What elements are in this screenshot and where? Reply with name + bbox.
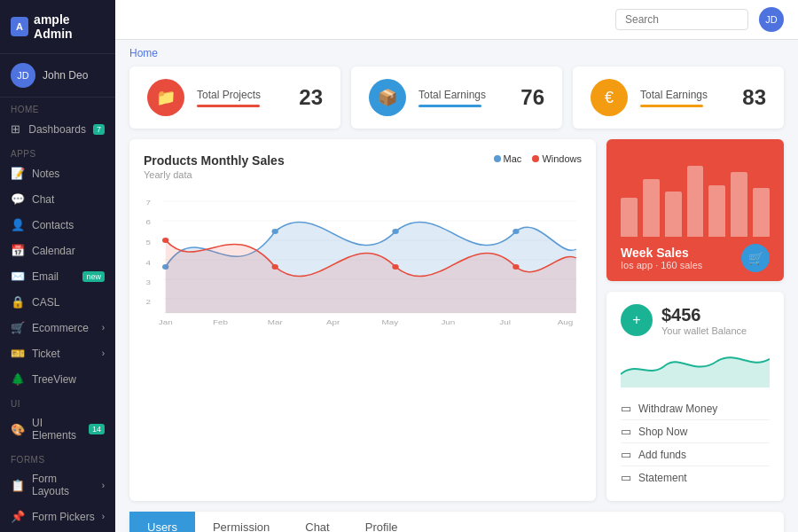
sidebar-item-notes[interactable]: 📝 Notes <box>0 160 115 186</box>
shop-label: Shop Now <box>638 426 687 438</box>
sidebar-item-calendar[interactable]: 📅 Calendar <box>0 238 115 263</box>
sidebar-label-chat: Chat <box>32 193 54 206</box>
withdraw-label: Withdraw Money <box>638 403 717 415</box>
tab-profile[interactable]: Profile <box>348 512 416 532</box>
sidebar-section-home: HOME <box>0 98 115 116</box>
middle-row: Products Monthly Sales Yearly data Mac W… <box>129 139 784 501</box>
form-layouts-icon: 📋 <box>11 479 25 492</box>
legend-mac-label: Mac <box>504 153 522 164</box>
legend-mac-dot <box>494 155 501 162</box>
form-pickers-chevron: › <box>102 512 105 521</box>
sidebar-item-contacts[interactable]: 👤 Contacts <box>0 212 115 238</box>
svg-text:Jan: Jan <box>159 318 173 326</box>
sidebar-label-calendar: Calendar <box>32 245 75 257</box>
ticket-chevron: › <box>102 348 105 358</box>
svg-text:Apr: Apr <box>326 318 340 326</box>
total-projects-bar <box>197 105 260 107</box>
svg-text:Jul: Jul <box>499 318 511 326</box>
wallet-action-withdraw[interactable]: ▭ Withdraw Money <box>621 397 770 420</box>
sidebar-item-ui-elements[interactable]: 🎨 UI Elements14 <box>0 411 115 448</box>
chat-icon: 💬 <box>11 192 25 206</box>
week-sales-bar <box>731 172 747 237</box>
topbar-avatar[interactable]: JD <box>759 7 784 32</box>
svg-point-18 <box>271 264 278 270</box>
week-sales-bar <box>621 198 638 237</box>
sidebar-label-email: Email <box>32 270 59 283</box>
sidebar-item-ecommerce[interactable]: 🛒 Ecommerce› <box>0 315 115 340</box>
sidebar-label-treeview: TreeView <box>32 373 76 386</box>
svg-point-20 <box>512 264 519 270</box>
wallet-action-statement[interactable]: ▭ Statement <box>621 466 770 489</box>
main-content: JD Home 📁 Total Projects 23 📦 Total Earn… <box>115 0 798 532</box>
total-earnings-2-icon: € <box>591 79 628 116</box>
stat-card-total-earnings: 📦 Total Earnings 76 <box>351 66 562 129</box>
dashboards-badge: 7 <box>93 124 105 135</box>
svg-text:2: 2 <box>145 298 150 306</box>
sidebar-item-ticket[interactable]: 🎫 Ticket› <box>0 340 115 366</box>
sidebar-label-casl: CASL <box>32 296 59 309</box>
svg-point-14 <box>271 229 278 234</box>
total-earnings-icon: 📦 <box>369 79 406 116</box>
breadcrumb: Home <box>115 40 798 66</box>
sidebar-item-email[interactable]: ✉️ Emailnew <box>0 263 115 289</box>
svg-point-17 <box>162 238 168 243</box>
sidebar-item-form-pickers[interactable]: 📌 Form Pickers› <box>0 504 115 529</box>
week-sales-bar <box>708 185 725 237</box>
legend-windows-dot <box>532 155 539 162</box>
svg-point-16 <box>512 229 519 234</box>
shop-icon: ▭ <box>621 425 631 438</box>
email-icon: ✉️ <box>11 270 25 283</box>
contacts-icon: 👤 <box>11 218 25 231</box>
notes-icon: 📝 <box>11 167 25 180</box>
svg-text:7: 7 <box>145 199 150 207</box>
sidebar-item-chat[interactable]: 💬 Chat <box>0 186 115 212</box>
total-earnings-bar <box>419 105 481 107</box>
total-projects-icon: 📁 <box>147 79 184 116</box>
wallet-chart-svg <box>621 343 770 387</box>
tab-permission[interactable]: Permission <box>195 512 287 532</box>
calendar-icon: 📅 <box>11 244 25 257</box>
sidebar-item-casl[interactable]: 🔒 CASL <box>0 289 115 315</box>
svg-text:Mar: Mar <box>268 318 283 326</box>
sidebar-label-ui-elements: UI Elements <box>32 417 82 442</box>
search-input[interactable] <box>615 9 748 30</box>
wallet-top: + $456 Your wallet Balance <box>621 304 770 336</box>
withdraw-icon: ▭ <box>621 402 631 415</box>
svg-text:Feb: Feb <box>213 318 228 326</box>
treeview-icon: 🌲 <box>11 372 25 386</box>
tab-users[interactable]: Users <box>129 512 195 532</box>
total-projects-value: 23 <box>299 85 323 110</box>
statement-label: Statement <box>638 472 687 484</box>
sidebar-item-treeview[interactable]: 🌲 TreeView <box>0 366 115 392</box>
chart-title: Products Monthly Sales <box>144 153 285 168</box>
app-logo: A ample Admin <box>0 0 115 54</box>
add-funds-label: Add funds <box>638 449 686 461</box>
week-sales-bar <box>687 166 704 237</box>
wallet-action-add-funds[interactable]: ▭ Add funds <box>621 443 770 466</box>
week-sales-button[interactable]: 🛒 <box>741 244 770 272</box>
sidebar-item-form-layouts[interactable]: 📋 Form Layouts› <box>0 466 115 504</box>
stat-card-total-projects: 📁 Total Projects 23 <box>129 66 340 129</box>
ui-elements-icon: 🎨 <box>11 423 25 436</box>
legend-windows-label: Windows <box>542 153 582 164</box>
svg-text:May: May <box>382 318 399 326</box>
right-panels: Week Sales Ios app · 160 sales 🛒 + $456 … <box>606 139 784 501</box>
sidebar-section-forms: FORMS <box>0 448 115 466</box>
total-earnings-value: 76 <box>520 85 544 110</box>
ecommerce-chevron: › <box>102 323 105 332</box>
wallet-action-shop[interactable]: ▭ Shop Now <box>621 420 770 443</box>
form-pickers-icon: 📌 <box>11 510 25 523</box>
wallet-card: + $456 Your wallet Balance ▭ Withdraw Mo… <box>606 292 784 501</box>
content-area: 📁 Total Projects 23 📦 Total Earnings 76 … <box>115 66 798 532</box>
total-earnings-2-label: Total Earnings <box>640 89 730 101</box>
total-earnings-info: Total Earnings <box>419 89 508 107</box>
tab-chat[interactable]: Chat <box>287 512 347 532</box>
total-projects-label: Total Projects <box>197 89 286 101</box>
products-chart-svg: 7 6 5 4 3 2 <box>144 187 582 329</box>
casl-icon: 🔒 <box>11 295 25 309</box>
svg-point-19 <box>392 264 398 270</box>
sidebar-username: John Deo <box>43 69 88 82</box>
week-sales-bar <box>753 188 770 237</box>
sidebar-item-dashboards[interactable]: ⊞ Dashboards7 <box>0 116 115 142</box>
sidebar-section-apps: APPS <box>0 142 115 160</box>
